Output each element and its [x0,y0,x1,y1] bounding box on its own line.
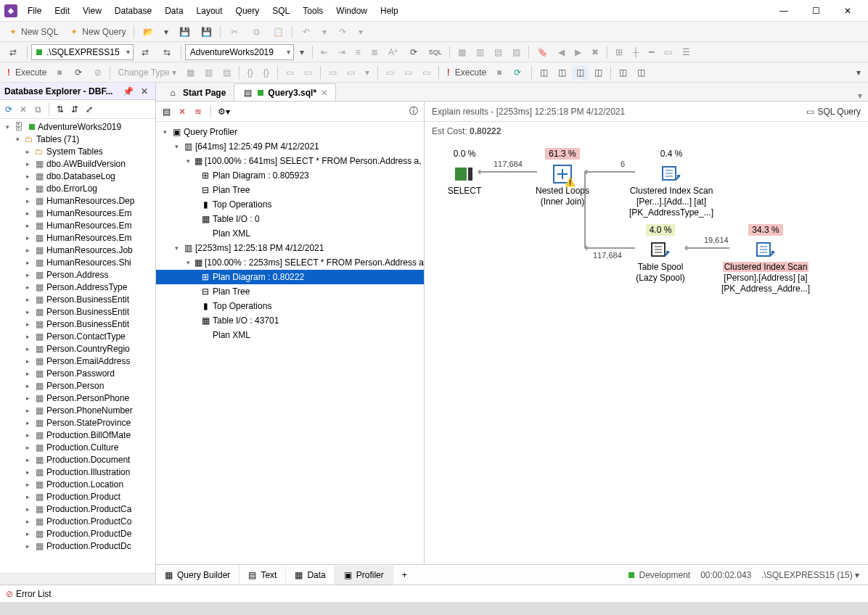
tab-start-page[interactable]: ⌂ Start Page [159,83,234,101]
qb-11[interactable]: ▭ [382,65,398,80]
tree-table-item[interactable]: ▸▦Production.Product [0,490,155,503]
expand-icon[interactable]: ▸ [23,432,32,439]
profiler-root[interactable]: ▾ ▣ Query Profiler [156,125,424,139]
change-type-button[interactable]: Change Type ▾ [114,65,181,80]
server-action-1[interactable]: ⇄ [135,44,155,60]
save-all-button[interactable]: 💾 [196,24,216,40]
bookmark-button[interactable]: 🔖 [533,45,552,59]
expand-icon[interactable]: ▸ [23,148,32,155]
tree-table-item[interactable]: ▸▦dbo.ErrorLog [0,182,155,194]
tree-tables-folder[interactable]: ▾ 🗀 Tables (71) [0,133,155,145]
tree-table-item[interactable]: ▸▦HumanResources.Job [0,244,155,256]
profiler-item[interactable]: ▦Table I/O : 0 [156,212,424,226]
profiler-tree[interactable]: ▾ ▣ Query Profiler ▾ ▥ [641ms] 12:25:49 … [156,122,424,564]
execute2-button[interactable]: !Execute [443,65,491,80]
expand-icon[interactable]: ▸ [23,271,32,278]
status-connection[interactable]: .\SQLEXPRESS15 (15) ▾ [761,570,859,580]
menu-view[interactable]: View [77,3,107,19]
tree-table-item[interactable]: ▸▦Production.Document [0,453,155,466]
tree-table-item[interactable]: ▸▦Production.ProductDc [0,540,155,552]
connection-icon-button[interactable]: ⇄ [3,44,23,60]
profiler-item[interactable]: ⊟Plan Tree [156,284,424,299]
expand-icon[interactable]: ▸ [23,308,32,315]
expand-icon[interactable]: ▸ [23,210,32,217]
reconnect2-button[interactable]: ⟳ [507,65,528,81]
expand-icon[interactable]: ▸ [23,345,32,352]
bookmark-prev[interactable]: ◀ [554,45,569,59]
maximize-button[interactable]: ☐ [800,1,832,21]
tree-table-item[interactable]: ▸▦Person.BusinessEntit [0,293,155,305]
tree-root[interactable]: ▾ 🗄 AdventureWorks2019 [0,120,155,133]
expand-icon[interactable]: ▾ [3,123,12,131]
menu-help[interactable]: Help [374,3,404,19]
expand-icon[interactable]: ▾ [172,244,181,252]
menu-data[interactable]: Data [159,3,189,19]
qb-6[interactable]: ▭ [282,65,298,80]
filter-icon[interactable]: ⇅ [54,104,66,115]
indent-left-button[interactable]: ⇤ [316,45,332,59]
refresh-button[interactable]: ⟳ [404,44,424,60]
qb-12[interactable]: ▭ [400,65,417,80]
tree-table-item[interactable]: ▸▦HumanResources.Em [0,219,155,231]
menu-database[interactable]: Database [109,3,157,19]
profiler-item[interactable]: ▮Top Operations [156,197,424,212]
redo-button[interactable]: ↷ [332,24,353,40]
tree-table-item[interactable]: ▸▦Person.EmailAddress [0,355,155,367]
minimize-button[interactable]: — [768,1,800,21]
expand-icon[interactable]: ▸ [23,493,32,500]
expand-icon[interactable]: ▸ [23,444,32,451]
expand-icon[interactable]: ▸ [23,284,32,291]
profiler-item[interactable]: ⊞Plan Diagram : 0.80222 [156,270,424,284]
menu-file[interactable]: File [22,3,47,19]
profiler-btn-4[interactable]: ◫ [590,65,607,80]
qb-3[interactable]: ▤ [218,65,235,80]
tree-table-item[interactable]: ▸▦Production.Culture [0,441,155,453]
profiler-run-2[interactable]: ▾ ▥ [2253ms] 12:25:18 PM 4/12/2021 [156,241,424,255]
save-button[interactable]: 💾 [174,24,195,40]
layout-2[interactable]: ┼ [629,45,644,59]
menu-edit[interactable]: Edit [49,3,75,19]
qb-4[interactable]: {} [243,65,258,80]
menu-layout[interactable]: Layout [191,3,229,19]
server-action-2[interactable]: ⇆ [157,44,177,60]
undo-dropdown[interactable]: ▾ [318,25,331,39]
tree-table-item[interactable]: ▸▦dbo.AWBuildVersion [0,157,155,170]
collapse-icon[interactable]: ⤢ [83,104,95,115]
stop-button[interactable]: ■ [52,65,66,80]
qb-8[interactable]: ▭ [324,65,341,80]
tree-table-item[interactable]: ▸▦Person.Person [0,379,155,392]
tab-close-icon[interactable]: ✕ [321,88,328,98]
new-sql-button[interactable]: ✦New SQL [3,24,62,40]
expand-icon[interactable]: ▸ [23,197,32,205]
plan-node-cis-2[interactable]: 34.3 % Clustered Index Scan[Person].[Add… [718,224,813,294]
tree-table-item[interactable]: ▸▦Production.BillOfMate [0,429,155,441]
paste-button[interactable]: 📋 [268,24,288,40]
tree-table-item[interactable]: ▸🗀System Tables [0,145,155,157]
qb-13[interactable]: ▭ [418,65,435,80]
pin-icon[interactable]: 📌 [123,86,134,96]
profiler-item[interactable]: ▮Top Operations [156,299,424,313]
close-panel-icon[interactable]: ✕ [138,86,151,96]
tree-table-item[interactable]: ▸▦Person.StateProvince [0,416,155,429]
qb-5[interactable]: {} [259,65,274,80]
expand-icon[interactable]: ▸ [23,358,32,365]
tb-misc-1[interactable]: ▦ [454,45,470,59]
tab-query3[interactable]: ▤ Query3.sql* ✕ [234,83,336,101]
tree-table-item[interactable]: ▸▦Production.ProductDe [0,527,155,540]
qb-9[interactable]: ▭ [343,65,359,80]
tree-table-item[interactable]: ▸▦Production.Location [0,478,155,490]
comment-button[interactable]: ≡ [351,45,365,59]
expand-icon[interactable]: ▾ [184,157,192,165]
profiler-btn-6[interactable]: ◫ [633,65,650,80]
menu-query[interactable]: Query [230,3,266,19]
cancel-exec-button[interactable]: ⊘ [90,65,106,80]
layout-4[interactable]: ▭ [660,45,676,59]
btab-add[interactable]: + [393,566,416,585]
tb-misc-3[interactable]: ▤ [490,45,507,59]
btab-profiler[interactable]: ▣Profiler [335,566,393,585]
profiler-run-2-select[interactable]: ▾ ▦ [100.00% : 2253ms] SELECT * FROM Per… [156,255,424,270]
delete-icon[interactable]: ✕ [176,106,188,117]
settings-icon[interactable]: ⚙▾ [218,106,229,117]
expand-icon[interactable]: ▸ [23,395,32,402]
close-button[interactable]: ✕ [832,1,864,21]
